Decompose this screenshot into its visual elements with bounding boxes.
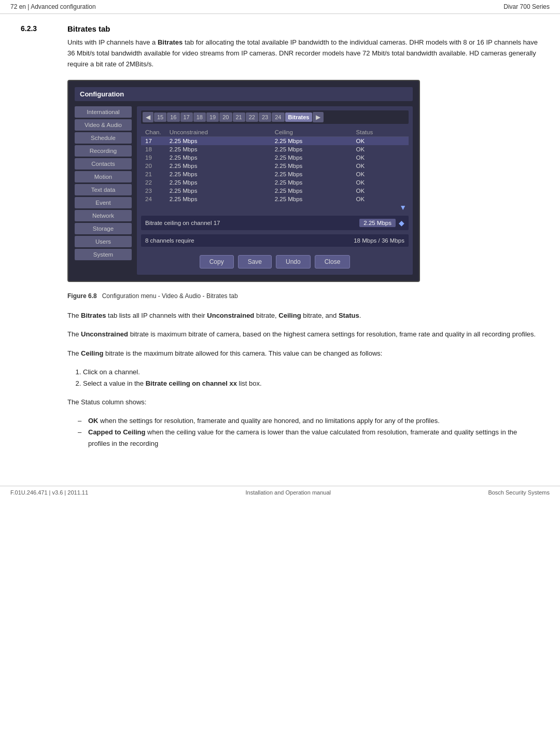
nav-item-contacts[interactable]: Contacts	[75, 158, 132, 170]
col-header-ceiling: Ceiling	[271, 128, 352, 137]
table-row[interactable]: 20 2.25 Mbps 2.25 Mbps OK	[141, 162, 409, 170]
ceiling-label: Bitrate ceiling on channel 17	[145, 220, 220, 226]
channels-label: 8 channels require	[145, 237, 194, 244]
cell-status: OK	[352, 162, 409, 170]
nav-item-international[interactable]: International	[75, 106, 132, 118]
cell-chan: 17	[141, 137, 165, 146]
cell-chan: 20	[141, 162, 165, 170]
status-list: OK when the settings for resolution, fra…	[78, 415, 539, 449]
bitrates-table: Chan. Unconstrained Ceiling Status 17	[141, 128, 409, 203]
cell-chan: 19	[141, 153, 165, 162]
table-container: Chan. Unconstrained Ceiling Status 17	[141, 128, 409, 212]
ceiling-value-box[interactable]: 2.25 Mbps	[359, 219, 396, 227]
cell-chan: 22	[141, 178, 165, 187]
scroll-down-icon: ▼	[141, 203, 409, 212]
cell-ceiling: 2.25 Mbps	[271, 153, 352, 162]
channel-next-button[interactable]: ▶	[313, 112, 324, 122]
ch-tab-24[interactable]: 24	[272, 112, 284, 122]
cell-unconstrained: 2.25 Mbps	[165, 162, 271, 170]
nav-item-event[interactable]: Event	[75, 197, 132, 208]
cell-ceiling: 2.25 Mbps	[271, 162, 352, 170]
step-1: Click on a channel.	[83, 367, 539, 378]
nav-item-storage[interactable]: Storage	[75, 223, 132, 234]
config-inner: International Video & Audio Schedule Rec…	[75, 106, 413, 275]
footer-center: Installation and Operation manual	[245, 489, 331, 496]
cell-unconstrained: 2.25 Mbps	[165, 137, 271, 146]
nav-item-system[interactable]: System	[75, 249, 132, 260]
copy-button[interactable]: Copy	[200, 255, 234, 269]
cell-ceiling: 2.25 Mbps	[271, 170, 352, 178]
cell-unconstrained: 2.25 Mbps	[165, 187, 271, 195]
ceiling-value-container: 2.25 Mbps ◆	[359, 219, 404, 227]
section-title: Bitrates tab	[67, 24, 539, 33]
channel-tabs-row: ◀ 15 16 17 18 19 20 21 22 23 24 Bitrates	[141, 110, 409, 124]
ch-tab-23[interactable]: 23	[259, 112, 271, 122]
ch-tab-16[interactable]: 16	[167, 112, 179, 122]
nav-item-motion[interactable]: Motion	[75, 171, 132, 182]
ch-tab-20[interactable]: 20	[219, 112, 232, 122]
figure-label: Figure 6.8	[67, 292, 97, 300]
ceiling-scroll-icon: ◆	[399, 219, 404, 227]
config-main-area: ◀ 15 16 17 18 19 20 21 22 23 24 Bitrates	[137, 106, 413, 275]
cell-chan: 24	[141, 195, 165, 203]
cell-status: OK	[352, 170, 409, 178]
cell-ceiling: 2.25 Mbps	[271, 178, 352, 187]
cell-status: OK	[352, 153, 409, 162]
cell-chan: 21	[141, 170, 165, 178]
col-header-unconstrained: Unconstrained	[165, 128, 271, 137]
main-content: 6.2.3 Bitrates tab Units with IP channel…	[0, 14, 560, 475]
table-row[interactable]: 22 2.25 Mbps 2.25 Mbps OK	[141, 178, 409, 187]
ch-tab-21[interactable]: 21	[233, 112, 245, 122]
config-title: Configuration	[75, 87, 413, 101]
ch-tab-bitrates[interactable]: Bitrates	[285, 112, 313, 122]
save-button[interactable]: Save	[238, 255, 272, 269]
table-row[interactable]: 18 2.25 Mbps 2.25 Mbps OK	[141, 145, 409, 153]
nav-item-recording[interactable]: Recording	[75, 145, 132, 157]
config-nav: International Video & Audio Schedule Rec…	[75, 106, 132, 275]
ch-tab-17[interactable]: 17	[180, 112, 193, 122]
figure-caption: Figure 6.8 Configuration menu - Video & …	[67, 292, 539, 300]
nav-item-network[interactable]: Network	[75, 210, 132, 221]
table-row[interactable]: 23 2.25 Mbps 2.25 Mbps OK	[141, 187, 409, 195]
ch-tab-18[interactable]: 18	[193, 112, 206, 122]
undo-button[interactable]: Undo	[276, 255, 311, 269]
channels-info-row: 8 channels require 18 Mbps / 36 Mbps	[141, 234, 409, 247]
step-2: Select a value in the Bitrate ceiling on…	[83, 378, 539, 389]
header-left: 72 en | Advanced configuration	[10, 3, 96, 10]
nav-item-users[interactable]: Users	[75, 236, 132, 247]
cell-ceiling: 2.25 Mbps	[271, 195, 352, 203]
nav-item-text-data[interactable]: Text data	[75, 184, 132, 195]
col-header-status: Status	[352, 128, 409, 137]
page-footer: F.01U.246.471 | v3.6 | 2011.11 Installat…	[0, 486, 560, 499]
status-intro: The Status column shows:	[67, 397, 539, 408]
table-row[interactable]: 19 2.25 Mbps 2.25 Mbps OK	[141, 153, 409, 162]
body-paragraph-3: The Ceiling bitrate is the maximum bitra…	[67, 348, 539, 359]
cell-chan: 23	[141, 187, 165, 195]
body-paragraph-2: The Unconstrained bitrate is maximum bit…	[67, 329, 539, 340]
cell-unconstrained: 2.25 Mbps	[165, 178, 271, 187]
config-dialog: Configuration International Video & Audi…	[67, 80, 420, 282]
section-number: 6.2.3	[21, 24, 52, 457]
cell-status: OK	[352, 178, 409, 187]
cell-unconstrained: 2.25 Mbps	[165, 170, 271, 178]
numbered-steps-list: Click on a channel. Select a value in th…	[83, 367, 539, 389]
table-row[interactable]: 21 2.25 Mbps 2.25 Mbps OK	[141, 170, 409, 178]
button-row: Copy Save Undo Close	[141, 251, 409, 271]
cell-status: OK	[352, 145, 409, 153]
footer-right: Bosch Security Systems	[488, 489, 550, 496]
table-row[interactable]: 17 2.25 Mbps 2.25 Mbps OK	[141, 137, 409, 146]
footer-left: F.01U.246.471 | v3.6 | 2011.11	[10, 489, 88, 496]
status-item-capped: Capped to Ceiling when the ceiling value…	[78, 427, 539, 449]
figure-caption-text: Configuration menu - Video & Audio - Bit…	[102, 292, 238, 300]
close-button[interactable]: Close	[315, 255, 351, 269]
cell-unconstrained: 2.25 Mbps	[165, 153, 271, 162]
nav-item-video-audio[interactable]: Video & Audio	[75, 119, 132, 131]
cell-status: OK	[352, 187, 409, 195]
channel-prev-button[interactable]: ◀	[143, 112, 153, 122]
channels-value: 18 Mbps / 36 Mbps	[354, 237, 404, 244]
ch-tab-19[interactable]: 19	[206, 112, 219, 122]
ch-tab-15[interactable]: 15	[154, 112, 166, 122]
table-row[interactable]: 24 2.25 Mbps 2.25 Mbps OK	[141, 195, 409, 203]
ch-tab-22[interactable]: 22	[246, 112, 258, 122]
nav-item-schedule[interactable]: Schedule	[75, 132, 132, 144]
